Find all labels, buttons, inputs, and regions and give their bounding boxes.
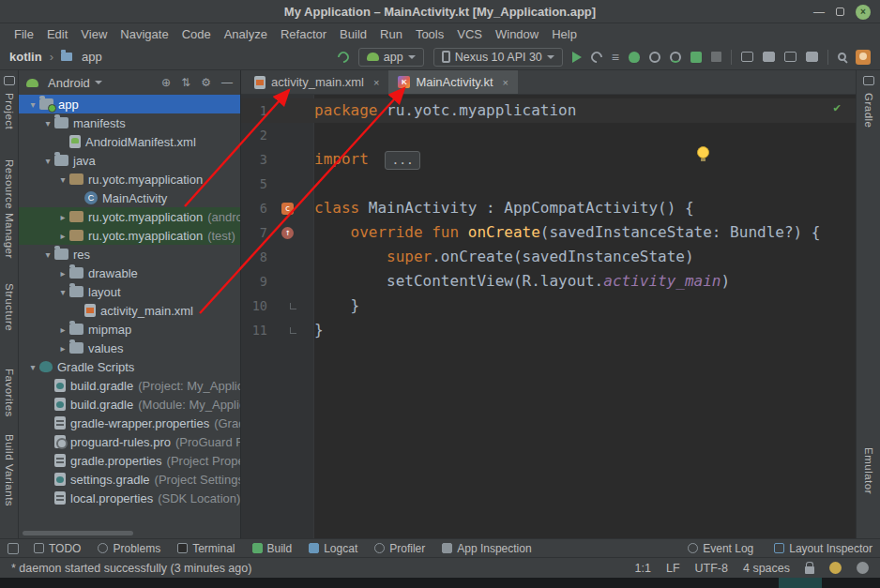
- sdk-manager-icon[interactable]: [763, 52, 775, 62]
- tree-item-package-androidtest[interactable]: ▸ ru.yotc.myapplication (androidTest): [19, 207, 240, 226]
- tree-item-res[interactable]: ▾ res: [19, 245, 240, 264]
- tree-item-mainactivity[interactable]: MainActivity: [19, 188, 240, 207]
- code-line[interactable]: 1 package ru.yotc.myapplication: [241, 98, 856, 123]
- inspections-ok-icon[interactable]: ✔: [833, 100, 841, 114]
- toolwindow-problems[interactable]: Problems: [98, 542, 160, 555]
- toolwindow-terminal[interactable]: Terminal: [177, 542, 235, 555]
- code-line[interactable]: 11 }: [241, 318, 856, 342]
- tree-item-gradle-wrapper-properties[interactable]: gradle-wrapper.properties (Gradle Versio…: [19, 414, 240, 432]
- close-tab-icon[interactable]: ×: [503, 77, 508, 88]
- code-line[interactable]: 9 setContentView(R.layout.activity_main): [241, 269, 856, 294]
- breadcrumb-root[interactable]: kotlin: [9, 50, 42, 64]
- tree-item-local-properties[interactable]: local.properties (SDK Location): [19, 489, 240, 507]
- project-tool-icon[interactable]: [4, 76, 15, 85]
- menu-vcs[interactable]: VCS: [450, 27, 489, 41]
- menu-refactor[interactable]: Refactor: [274, 27, 333, 41]
- menu-code[interactable]: Code: [175, 27, 218, 41]
- menu-window[interactable]: Window: [489, 27, 545, 41]
- tree-item-java[interactable]: ▾ java: [19, 151, 240, 170]
- tab-mainactivity-kt[interactable]: MainActivity.kt ×: [388, 70, 518, 94]
- menu-navigate[interactable]: Navigate: [114, 27, 174, 41]
- feedback-smile-icon[interactable]: [829, 562, 842, 574]
- readonly-lock-icon[interactable]: [805, 566, 814, 574]
- line-ending-selector[interactable]: LF: [666, 562, 680, 575]
- toolwindow-todo[interactable]: TODO: [34, 542, 81, 555]
- code-line[interactable]: 3 import ...: [241, 147, 856, 172]
- tree-item-mipmap[interactable]: ▸ mipmap: [19, 320, 240, 339]
- tree-item-app[interactable]: ▾ app: [19, 95, 240, 113]
- title-bar[interactable]: My Application – MainActivity.kt [My_App…: [0, 0, 880, 23]
- close-tab-icon[interactable]: ×: [373, 77, 379, 88]
- settings-gear-icon[interactable]: ⚙: [201, 76, 211, 89]
- indent-selector[interactable]: 4 spaces: [743, 562, 790, 575]
- tree-item-layout[interactable]: ▾ layout: [19, 282, 240, 301]
- toolwindow-event-log[interactable]: Event Log: [688, 542, 753, 555]
- stripe-gradle[interactable]: Gradle: [863, 93, 874, 128]
- stripe-project[interactable]: Project: [4, 93, 15, 129]
- toolwindow-build[interactable]: Build: [252, 542, 293, 555]
- tab-activity-main-xml[interactable]: activity_main.xml ×: [245, 70, 388, 94]
- stripe-favorites[interactable]: Favorites: [4, 369, 15, 417]
- collapse-all-icon[interactable]: ⇅: [181, 76, 190, 89]
- tree-item-activity-main-xml[interactable]: activity_main.xml: [19, 301, 240, 320]
- toolwindow-logcat[interactable]: Logcat: [309, 542, 357, 555]
- tree-item-proguard-rules[interactable]: proguard-rules.pro (ProGuard Rules for M…: [19, 432, 240, 451]
- run-configurations-icon[interactable]: ≡: [612, 51, 619, 64]
- tree-item-androidmanifest-xml[interactable]: AndroidManifest.xml: [19, 132, 240, 151]
- menu-run[interactable]: Run: [373, 27, 409, 41]
- intention-bulb-icon[interactable]: [697, 146, 709, 158]
- code-line[interactable]: 7 ↑ override fun onCreate(savedInstanceS…: [241, 220, 856, 245]
- stripe-build-variants[interactable]: Build Variants: [4, 434, 15, 506]
- stripe-structure[interactable]: Structure: [4, 283, 15, 331]
- avd-manager-icon[interactable]: [784, 52, 797, 62]
- menu-file[interactable]: File: [8, 27, 40, 41]
- stripe-emulator[interactable]: Emulator: [863, 447, 874, 494]
- close-button[interactable]: ×: [856, 5, 871, 20]
- gradle-tool-icon[interactable]: [863, 76, 874, 85]
- tree-item-settings-gradle[interactable]: settings.gradle (Project Settings): [19, 470, 240, 489]
- profile-app-icon[interactable]: [670, 52, 681, 63]
- locate-file-icon[interactable]: ⊕: [161, 76, 171, 89]
- menu-tools[interactable]: Tools: [409, 27, 450, 41]
- attach-debugger-icon[interactable]: [690, 52, 702, 63]
- background-tasks-icon[interactable]: [857, 562, 869, 574]
- code-line[interactable]: 10 }: [241, 294, 856, 318]
- code-line[interactable]: 8 super.onCreate(savedInstanceState): [241, 245, 856, 269]
- code-editor[interactable]: 1 package ru.yotc.myapplication 2 3 impo…: [241, 95, 856, 538]
- menu-edit[interactable]: Edit: [40, 27, 74, 41]
- menu-analyze[interactable]: Analyze: [218, 27, 274, 41]
- fold-end-marker[interactable]: [290, 327, 296, 334]
- code-line[interactable]: 2: [241, 123, 856, 147]
- menu-view[interactable]: View: [74, 27, 114, 41]
- device-dropdown[interactable]: Nexus 10 API 30: [433, 48, 563, 67]
- run-button[interactable]: [572, 52, 582, 63]
- breadcrumb-module[interactable]: app: [82, 50, 102, 64]
- tree-item-build-gradle-project[interactable]: build.gradle (Project: My_Application): [19, 376, 240, 395]
- folded-imports-region[interactable]: ...: [385, 151, 419, 170]
- project-view-selector[interactable]: Android: [48, 76, 90, 90]
- fold-end-marker[interactable]: [290, 303, 296, 309]
- coverage-icon[interactable]: [649, 52, 660, 63]
- run-config-dropdown[interactable]: app: [358, 48, 424, 67]
- tree-item-package-test[interactable]: ▸ ru.yotc.myapplication (test): [19, 226, 240, 245]
- tree-item-build-gradle-module[interactable]: build.gradle (Module: My_Application.app…: [19, 395, 240, 414]
- cursor-position[interactable]: 1:1: [635, 562, 651, 575]
- toolwindow-app-inspection[interactable]: App Inspection: [442, 542, 531, 555]
- tree-item-values[interactable]: ▸ values: [19, 339, 240, 357]
- minimize-button[interactable]: —: [813, 7, 825, 18]
- tree-item-gradle-scripts[interactable]: ▾ Gradle Scripts: [19, 357, 240, 376]
- code-line[interactable]: 6 c class MainActivity : AppCompatActivi…: [241, 196, 856, 220]
- class-gutter-icon[interactable]: c: [281, 203, 294, 215]
- toolwindow-switcher-icon[interactable]: [8, 543, 19, 554]
- search-icon[interactable]: [838, 53, 846, 61]
- toolwindow-layout-inspector[interactable]: Layout Inspector: [774, 542, 872, 555]
- tree-item-drawable[interactable]: ▸ drawable: [19, 264, 240, 282]
- hide-panel-icon[interactable]: —: [221, 76, 233, 89]
- taskbar-item[interactable]: [779, 578, 822, 588]
- status-message[interactable]: * daemon started successfully (3 minutes…: [11, 562, 251, 575]
- debug-button[interactable]: [629, 52, 640, 63]
- encoding-selector[interactable]: UTF-8: [695, 562, 728, 575]
- profile-avatar-icon[interactable]: [856, 50, 871, 65]
- code-line[interactable]: 5: [241, 172, 856, 196]
- layout-validation-icon[interactable]: [806, 52, 818, 62]
